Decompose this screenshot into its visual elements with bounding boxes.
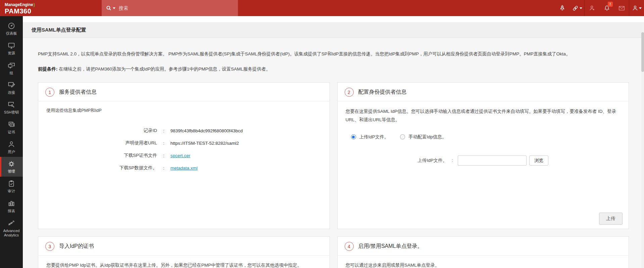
section4-title: 启用/禁用SAML单点登录。 (358, 243, 423, 250)
upload-button[interactable]: 上传 (599, 213, 623, 225)
top-header: ManageEngine) PAM360 (0, 0, 644, 16)
sidebar-item-dashboard[interactable]: 仪表板 (0, 19, 23, 39)
link-icon (572, 5, 579, 12)
monitor-edit-icon (7, 81, 15, 89)
gear-icon (7, 160, 16, 168)
section-enable-disable-saml-card: 4 启用/禁用SAML单点登录。 您可以通过这步来启用或禁用SAML单点登录。 (337, 236, 629, 268)
brand-name: ManageEngine (5, 3, 33, 7)
sp-cert-download-link[interactable]: spcert.cer (170, 153, 190, 158)
bar-chart-icon (7, 199, 15, 208)
notification-badge: ! (608, 2, 613, 7)
info-row-acs-url: 声明使用者URL : https://ITSM-TEST-52:8282/sam… (46, 140, 321, 146)
sidebar-item-audit[interactable]: 审计 (0, 177, 23, 196)
user-star-icon (589, 5, 596, 12)
gauge-icon (7, 21, 15, 30)
sidebar-item-admin[interactable]: 管理 (0, 157, 23, 177)
section1-subtitle: 使用这些信息集成PMP和IdP (46, 107, 321, 114)
product-name: PAM360 (5, 8, 102, 14)
messages-button[interactable] (614, 0, 629, 16)
sidebar-item-connections[interactable]: 连接 (0, 78, 23, 98)
manual-idp-config-radio-label[interactable]: 手动配置Idp信息。 (408, 134, 446, 140)
step-number-badge: 4 (345, 242, 354, 251)
step-number-badge: 3 (45, 242, 54, 251)
section3-header: 3 导入IdP的证书 (39, 237, 329, 256)
search-input[interactable] (119, 5, 213, 11)
sidebar-item-reports[interactable]: 报表 (0, 196, 23, 216)
sidebar-item-groups[interactable]: 组 (0, 58, 23, 78)
section1-header: 1 服务提供者信息 (39, 83, 329, 101)
user-icon (7, 140, 15, 149)
entity-id-value: 9839fc43fb8b4dc992f680800f43bcd (170, 128, 243, 133)
sidebar-item-users[interactable]: 用户 (0, 137, 23, 157)
sidebar-item-certificates[interactable]: 证书 (0, 118, 23, 137)
info-row-sp-metadata: 下载SP数据文件。 : metadata.xml (46, 165, 321, 171)
sp-metadata-download-link[interactable]: metadata.xml (170, 166, 198, 171)
section3-description: 您要提供给PMP Idp证书。从Idp获取证书并在这里上传。另外，如果您已经在P… (46, 262, 321, 268)
search-icon[interactable] (106, 5, 115, 11)
clipboard-check-icon (7, 179, 15, 188)
section-service-provider-card: 1 服务提供者信息 使用这些信息集成PMP和IdP 记录ID : 9839fc4… (38, 82, 330, 229)
section2-description: 您要在这里提供SAML IdP信息。您可以选择手动输入信息或者通过提供证书文件来… (346, 107, 621, 124)
prerequisite-text: 在继续之前，请把PAM360添加为一个集成IdP的应用。参考步骤1中的PMP信息… (59, 66, 270, 72)
sidebar-item-advanced-analytics[interactable]: Advanced Analytics (0, 216, 23, 241)
step-number-badge: 2 (345, 88, 354, 97)
header-gap (23, 16, 644, 22)
scrollbar-thumb[interactable] (641, 32, 644, 72)
info-row-sp-cert: 下载SP证书文件 : spcert.cer (46, 152, 321, 159)
section-import-idp-cert-card: 3 导入IdP的证书 您要提供给PMP Idp证书。从Idp获取证书并在这里上传… (38, 236, 330, 268)
brand-swoosh: ) (34, 2, 35, 7)
sidebar-item-ssh-keys[interactable]: SSH密钥 (0, 98, 23, 118)
page-title: 使用SAML单点登录配置 (32, 27, 86, 33)
link-menu-caret-icon (580, 7, 582, 9)
info-row-entity-id: 记录ID : 9839fc43fb8b4dc992f680800f43bcd (46, 128, 321, 134)
upload-idp-file-radio-label[interactable]: 上传IdP文件。 (359, 134, 389, 140)
app-logo[interactable]: ManageEngine) PAM360 (0, 2, 102, 14)
analytics-icon (7, 219, 15, 228)
main-content: 使用SAML单点登录配置 PMP支持SAML 2.0，以实现单点登录的联合身份管… (23, 16, 644, 268)
step-number-badge: 1 (45, 88, 54, 97)
prerequisite-label: 前提条件: (38, 66, 58, 72)
featured-user-button[interactable] (585, 0, 599, 16)
upload-idp-file-field-label: 上传IdP文件。 (417, 158, 447, 164)
acs-url-value: https://ITSM-TEST-52:8282/saml2 (170, 141, 239, 146)
account-menu-caret-icon (639, 7, 642, 9)
rocket-icon (559, 5, 566, 12)
vertical-scrollbar[interactable] (641, 22, 644, 268)
left-sidebar: 仪表板 资源 组 连接 SSH密钥 (0, 16, 23, 268)
sidebar-item-resources[interactable]: 资源 (0, 39, 23, 58)
section2-title: 配置身份提供者信息 (358, 89, 407, 96)
user-icon (632, 5, 639, 12)
whats-new-button[interactable] (555, 0, 569, 16)
section4-header: 4 启用/禁用SAML单点登录。 (338, 237, 629, 256)
integrations-menu-button[interactable] (569, 0, 584, 16)
mail-icon (618, 5, 625, 12)
section1-title: 服务提供者信息 (59, 89, 97, 96)
intro-paragraph: PMP支持SAML 2.0，以实现单点登录的联合身份管理解决方案。 PMP作为S… (38, 51, 629, 57)
section-identity-provider-card: 2 配置身份提供者信息 您要在这里提供SAML IdP信息。您可以选择手动输入信… (337, 82, 629, 229)
upload-idp-file-radio[interactable] (351, 134, 356, 139)
prerequisite-paragraph: 前提条件: 在继续之前，请把PAM360添加为一个集成IdP的应用。参考步骤1中… (38, 66, 629, 72)
notifications-button[interactable]: ! (599, 0, 614, 16)
section3-title: 导入IdP的证书 (59, 243, 94, 250)
certificate-icon (7, 120, 15, 129)
monitor-key-icon (7, 100, 15, 109)
manual-idp-config-radio[interactable] (400, 134, 405, 139)
monitor-group-icon (7, 61, 15, 70)
search-scope-caret-icon[interactable] (113, 7, 115, 9)
account-menu-button[interactable] (629, 0, 644, 16)
monitor-icon (7, 41, 15, 50)
page-title-bar: 使用SAML单点登录配置 (23, 22, 644, 38)
section4-description: 您可以通过这步来启用或禁用SAML单点登录。 (346, 262, 621, 268)
browse-button[interactable]: 浏览 (529, 155, 548, 166)
section2-header: 2 配置身份提供者信息 (338, 83, 629, 101)
global-search-bar[interactable] (102, 0, 238, 16)
idp-file-path-input[interactable] (458, 155, 527, 166)
